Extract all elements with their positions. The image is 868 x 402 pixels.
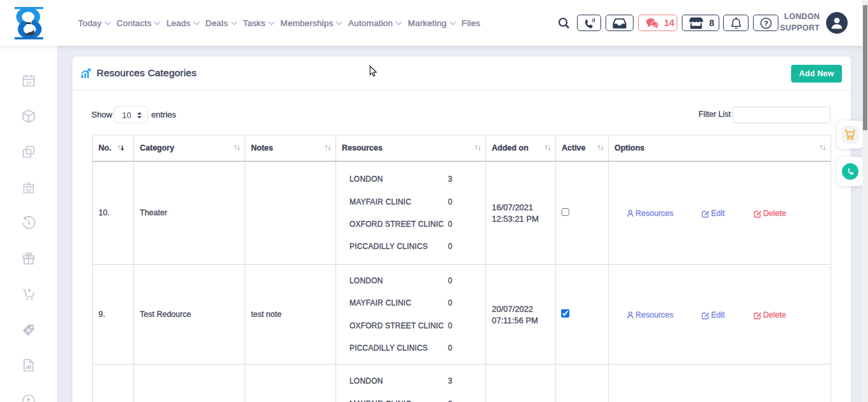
svg-text:?: ? [763,19,768,27]
svg-text:12: 12 [26,80,31,86]
